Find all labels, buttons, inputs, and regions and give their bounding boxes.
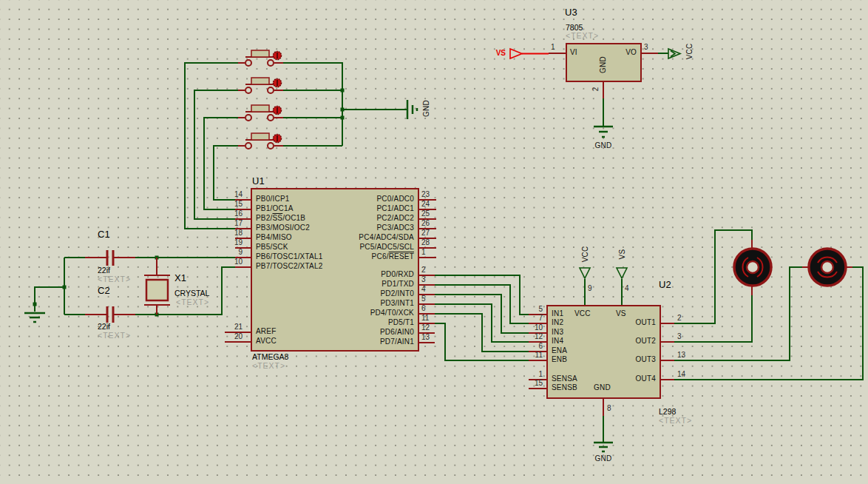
u2-pin-label: OUT2 [636, 337, 656, 345]
u1-pin-number: 11 [421, 314, 429, 322]
u2-pin-label: ENB [552, 355, 567, 363]
schematic-graphics [0, 0, 868, 484]
wire[interactable] [35, 287, 64, 312]
u2-pin-label: OUT3 [636, 355, 656, 363]
crystal-body[interactable] [146, 280, 168, 300]
wire[interactable] [674, 267, 802, 360]
u1-pin-number: 24 [421, 200, 430, 208]
u1-pin-number: 3 [421, 275, 426, 283]
u3-pin-number: 3 [644, 43, 648, 51]
gnd-terminal-label: GND [592, 454, 614, 463]
u2-pin-number: 8 [607, 404, 611, 412]
push-button-3[interactable] [238, 105, 283, 121]
u2-pin-label: IN3 [552, 328, 563, 336]
c1-ref: C1 [98, 230, 110, 238]
u1-pin-label: PC5/ADC5/SCL [359, 243, 414, 251]
u1-value: ATMEGA8 [252, 353, 288, 361]
u2-pin-label: SENSB [552, 383, 577, 391]
u2-pin-number: 14 [677, 370, 685, 378]
u1-pin-label: PC3/ADC3 [376, 223, 414, 232]
gnd-terminal-label: GND [422, 94, 430, 124]
u2-pin-number: 7 [538, 314, 543, 322]
u2-ref: U2 [659, 280, 671, 289]
c2-value: 22if [98, 323, 110, 331]
u2-pin-label: OUT4 [636, 374, 656, 383]
push-button-1[interactable] [238, 50, 283, 66]
vs-input-terminal-arrow[interactable] [510, 49, 522, 58]
u2-value: L298 [659, 408, 676, 416]
pin-stubs[interactable] [85, 53, 852, 416]
wire[interactable] [283, 63, 342, 146]
u2-pin-number: 13 [677, 351, 685, 359]
u1-pin-label: PB3/MOSI/OC2 [256, 223, 310, 232]
u2-vs-terminal-arrow[interactable] [617, 268, 627, 278]
u2-pin-label: SENSA [552, 374, 577, 383]
u1-pin-label: PD0/RXD [381, 270, 414, 278]
u1-pin-number: 5 [421, 295, 426, 303]
u1-pin-label: PC1/ADC1 [376, 204, 414, 212]
u3-pin-number: 1 [551, 43, 555, 51]
push-button-2[interactable] [238, 78, 283, 93]
u2-pin-label: OUT1 [636, 318, 656, 326]
motor-1[interactable] [734, 249, 771, 286]
ground-symbol-buttons[interactable] [407, 100, 417, 119]
u1-pin-number: 21 [234, 323, 243, 331]
u2-pin-label: IN4 [552, 337, 563, 345]
motor-2[interactable] [809, 249, 846, 286]
u1-pin-label: AVCC [256, 337, 277, 345]
wire[interactable] [204, 118, 238, 209]
u1-pin-number: 26 [421, 219, 430, 227]
ground-symbol-u3[interactable] [594, 127, 613, 137]
ground-symbol-u2[interactable] [594, 443, 613, 451]
push-button-4[interactable] [238, 133, 283, 149]
u2-pin-number: 3 [677, 332, 682, 340]
u3-pin-label-vi: VI [570, 48, 577, 56]
u1-pin-label: PC0/ADC0 [376, 195, 414, 203]
x1-placeholder: <TEXT> [176, 298, 209, 306]
u1-pin-number: 4 [421, 285, 426, 293]
u2-pin-number: 9 [588, 284, 592, 292]
u1-pin-label: PB6/TOSC1/XTAL1 [256, 252, 322, 261]
u1-pin-label: PB0/ICP1 [256, 195, 290, 203]
schematic-canvas: U1 ATMEGA8 <TEXT> PB0/ICP1 PB1/OC1A PB2/… [0, 0, 868, 484]
u1-pin-label: AREF [256, 327, 276, 335]
u1-pin-label: PB1/OC1A [256, 204, 294, 212]
u3-placeholder: <TEXT> [566, 32, 599, 40]
u2-pin-label-vs: VS [616, 309, 626, 317]
ground-symbol-left[interactable] [24, 313, 45, 322]
u2-pin-number: 11 [535, 351, 543, 359]
u1-pin-number: 1 [421, 248, 426, 256]
gnd-terminal-label: GND [592, 141, 614, 149]
u2-pin-number: 6 [538, 342, 543, 350]
x1-value: CRYSTAL [174, 289, 209, 298]
u1-pin-number: 9 [238, 248, 243, 256]
u1-pin-number: 15 [234, 200, 243, 208]
x1-ref: X1 [174, 274, 186, 282]
wire-layer[interactable] [35, 53, 863, 442]
u1-pin-label: PB2/SS/OC1B [256, 214, 305, 222]
wire[interactable] [674, 295, 752, 342]
u1-pin-number: 10 [234, 258, 243, 266]
u2-vcc-terminal-arrow[interactable] [580, 268, 590, 278]
u1-pin-number: 6 [421, 304, 426, 312]
u1-pin-label: PD7/AIN1 [380, 337, 414, 346]
vs-terminal-label: VS [496, 49, 506, 57]
u1-pin-label: PD3/INT1 [380, 299, 414, 307]
u1-placeholder: <TEXT> [252, 362, 285, 370]
u2-pin-label: IN1 [552, 309, 563, 317]
u2-placeholder: <TEXT> [659, 417, 692, 425]
vcc-terminal-label: VCC [685, 37, 694, 67]
c1-placeholder: <TEXT> [98, 275, 131, 283]
u1-pin-number: 16 [234, 209, 243, 218]
c2-placeholder: <TEXT> [98, 332, 131, 340]
u2-pin-number: 10 [535, 323, 543, 332]
u2-pin-number: 1 [538, 370, 543, 378]
u1-pin-label: PD6/AIN0 [380, 328, 414, 336]
u1-pin-number: 28 [421, 238, 430, 246]
u1-pin-label: PB5/SCK [256, 243, 288, 251]
u2-pin-number: 4 [625, 284, 629, 292]
u1-pin-label: PD2/INT0 [380, 289, 414, 298]
u1-pin-label: PC6/RESET [372, 252, 414, 261]
u3-pin-label-vo: VO [625, 48, 637, 56]
u1-pin-number: 17 [234, 219, 243, 227]
